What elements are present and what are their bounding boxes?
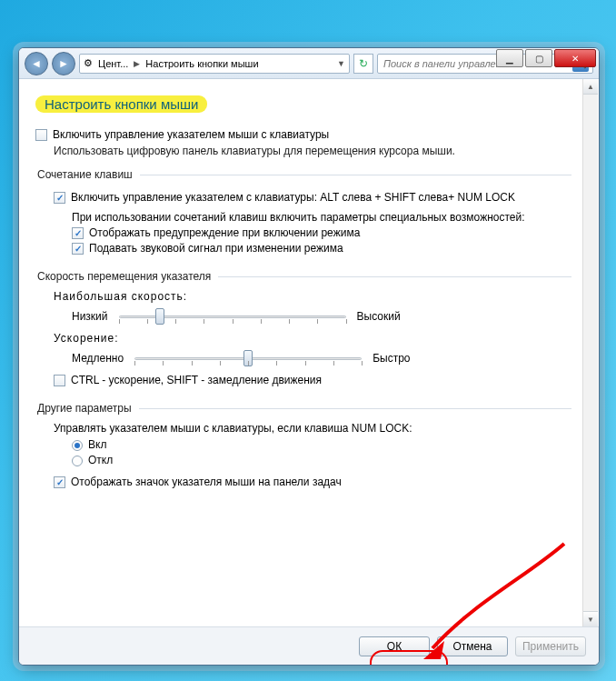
close-button[interactable]: ✕	[554, 49, 596, 67]
button-bar: ОК Отмена Применить	[19, 626, 599, 665]
maximize-button[interactable]: ▢	[525, 49, 552, 67]
topspeed-slider[interactable]	[119, 306, 346, 326]
enable-mousekeys-label: Включить управление указателем мыши с кл…	[53, 128, 329, 141]
pointer-speed-group: Скорость перемещения указателя Наибольша…	[35, 270, 571, 393]
numlock-on-radio[interactable]	[72, 440, 83, 451]
topspeed-low-label: Низкий	[72, 310, 108, 323]
other-group: Другие параметры Управлять указателем мы…	[35, 402, 571, 495]
minimize-button[interactable]: ▁	[496, 49, 523, 67]
enable-mousekeys-checkbox[interactable]	[35, 129, 47, 141]
breadcrumb-seg-1[interactable]: Цент...	[98, 58, 128, 69]
shortcut-subdesc: При использовании сочетаний клавиш включ…	[72, 211, 571, 224]
accel-label: Ускорение:	[54, 332, 571, 345]
mousekeys-description: Использовать цифровую панель клавиатуры …	[54, 145, 571, 157]
ctrl-shift-checkbox[interactable]	[54, 375, 65, 386]
numlock-off-label: Откл	[88, 454, 113, 466]
numlock-on-label: Вкл	[88, 438, 106, 451]
scrollbar[interactable]: ▲ ▼	[582, 79, 598, 626]
refresh-button[interactable]: ↻	[353, 54, 373, 74]
shortcut-legend: Сочетание клавиш	[35, 168, 140, 181]
forward-button[interactable]: ►	[52, 52, 75, 75]
page-title: Настроить кнопки мыши	[35, 95, 207, 113]
accel-slider[interactable]	[134, 348, 362, 368]
play-sound-checkbox[interactable]: ✓	[72, 243, 84, 255]
scroll-up-icon[interactable]: ▲	[583, 79, 598, 95]
accel-low-label: Медленно	[72, 352, 124, 365]
control-panel-icon: ⚙	[84, 57, 93, 69]
tray-icon-checkbox[interactable]: ✓	[54, 476, 65, 488]
pointer-speed-legend: Скорость перемещения указателя	[35, 270, 218, 283]
show-warning-checkbox[interactable]: ✓	[72, 227, 84, 239]
numlock-desc: Управлять указателем мыши с клавиатуры, …	[54, 422, 571, 435]
ok-button[interactable]: ОК	[359, 636, 430, 656]
chevron-right-icon: ▶	[134, 59, 140, 68]
content-area: Настроить кнопки мыши Включить управлени…	[19, 79, 599, 626]
topspeed-high-label: Высокий	[357, 310, 401, 323]
show-warning-label: Отображать предупреждение при включении …	[89, 226, 360, 239]
tray-icon-label: Отображать значок указателя мыши на пане…	[71, 476, 342, 488]
address-bar[interactable]: ⚙ Цент... ▶ Настроить кнопки мыши ▼	[79, 54, 350, 74]
other-legend: Другие параметры	[35, 402, 139, 415]
control-panel-window: ◄ ► ⚙ Цент... ▶ Настроить кнопки мыши ▼ …	[18, 47, 600, 666]
numlock-off-radio[interactable]	[72, 456, 83, 466]
address-history-dropdown[interactable]: ▼	[337, 59, 345, 68]
scroll-down-icon[interactable]: ▼	[583, 611, 598, 626]
breadcrumb-seg-2[interactable]: Настроить кнопки мыши	[145, 58, 258, 69]
shortcut-group: Сочетание клавиш ✓ Включить управление у…	[35, 168, 571, 261]
apply-button[interactable]: Применить	[515, 636, 586, 656]
topspeed-label: Наибольшая скорость:	[54, 290, 571, 303]
cancel-button[interactable]: Отмена	[437, 636, 508, 656]
accel-high-label: Быстро	[373, 352, 410, 365]
enable-shortcut-checkbox[interactable]: ✓	[54, 192, 65, 204]
ctrl-shift-label: CTRL - ускорение, SHIFT - замедление дви…	[71, 374, 322, 386]
enable-shortcut-label: Включить управление указателем с клавиат…	[71, 191, 515, 204]
play-sound-label: Подавать звуковой сигнал при изменении р…	[89, 242, 343, 255]
back-button[interactable]: ◄	[25, 52, 48, 75]
